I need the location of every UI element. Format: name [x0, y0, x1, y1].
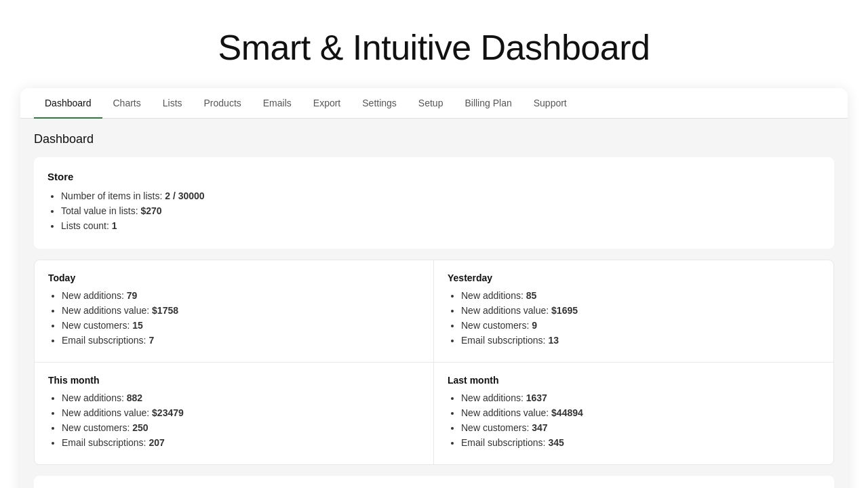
nav-item-lists[interactable]: Lists [152, 88, 193, 118]
app-container: Dashboard Charts Lists Products Emails E… [20, 88, 848, 488]
last-month-additions-value-value: $44894 [551, 407, 583, 418]
last-month-additions-value: New additions value: $44894 [461, 407, 820, 418]
nav-item-export[interactable]: Export [302, 88, 351, 118]
nav-item-charts[interactable]: Charts [102, 88, 152, 118]
nav-item-support[interactable]: Support [523, 88, 578, 118]
top-lists-card: Top 10 Lists [34, 476, 834, 488]
today-email-subscriptions: Email subscriptions: 7 [62, 335, 420, 346]
today-new-customers-value: 15 [132, 320, 143, 331]
store-items-in-lists-label: Number of items in lists: [61, 190, 165, 201]
store-items-in-lists: Number of items in lists: 2 / 30000 [61, 190, 821, 201]
yesterday-new-additions-value: 85 [526, 290, 537, 301]
yesterday-email-subscriptions-label: Email subscriptions: [461, 335, 548, 346]
yesterday-new-customers-label: New customers: [461, 320, 532, 331]
this-month-new-customers: New customers: 250 [62, 422, 420, 433]
yesterday-title: Yesterday [448, 272, 820, 283]
this-month-additions-value-label: New additions value: [62, 407, 152, 418]
today-additions-value-label: New additions value: [62, 305, 152, 316]
store-title: Store [47, 171, 821, 182]
today-stat-list: New additions: 79 New additions value: $… [48, 290, 420, 346]
yesterday-stat-list: New additions: 85 New additions value: $… [448, 290, 820, 346]
this-month-new-customers-label: New customers: [62, 422, 132, 433]
yesterday-email-subscriptions-value: 13 [548, 335, 559, 346]
this-month-email-subscriptions: Email subscriptions: 207 [62, 437, 420, 448]
content-area: Dashboard Store Number of items in lists… [20, 119, 848, 488]
this-month-stat-list: New additions: 882 New additions value: … [48, 392, 420, 448]
yesterday-email-subscriptions: Email subscriptions: 13 [461, 335, 820, 346]
this-month-new-customers-value: 250 [132, 422, 148, 433]
today-new-customers: New customers: 15 [62, 320, 420, 331]
store-total-value-label: Total value in lists: [61, 205, 141, 216]
today-cell: Today New additions: 79 New additions va… [35, 260, 434, 363]
nav-bar: Dashboard Charts Lists Products Emails E… [20, 88, 848, 119]
store-total-value-value: $270 [141, 205, 162, 216]
last-month-email-subscriptions-label: Email subscriptions: [461, 437, 548, 448]
last-month-title: Last month [448, 375, 820, 386]
yesterday-new-customers-value: 9 [532, 320, 537, 331]
today-yesterday-grid: Today New additions: 79 New additions va… [34, 260, 834, 465]
page-title-section: Smart & Intuitive Dashboard [0, 0, 868, 88]
yesterday-additions-value-value: $1695 [551, 305, 578, 316]
store-lists-count-value: 1 [112, 220, 117, 231]
last-month-cell: Last month New additions: 1637 New addit… [434, 363, 833, 464]
today-email-subscriptions-label: Email subscriptions: [62, 335, 149, 346]
store-lists-count-label: Lists count: [61, 220, 112, 231]
today-new-additions-value: 79 [127, 290, 138, 301]
today-new-customers-label: New customers: [62, 320, 132, 331]
this-month-email-subscriptions-value: 207 [149, 437, 164, 448]
nav-item-setup[interactable]: Setup [408, 88, 454, 118]
last-month-additions-value-label: New additions value: [461, 407, 551, 418]
this-month-email-subscriptions-label: Email subscriptions: [62, 437, 149, 448]
today-new-additions: New additions: 79 [62, 290, 420, 301]
yesterday-new-additions-label: New additions: [461, 290, 526, 301]
last-month-new-customers-value: 347 [532, 422, 547, 433]
nav-item-emails[interactable]: Emails [252, 88, 302, 118]
today-additions-value-value: $1758 [152, 305, 178, 316]
this-month-cell: This month New additions: 882 New additi… [35, 363, 434, 464]
last-month-new-additions: New additions: 1637 [461, 392, 820, 403]
last-month-new-additions-label: New additions: [461, 392, 526, 403]
content-page-title: Dashboard [34, 132, 834, 146]
store-total-value: Total value in lists: $270 [61, 205, 821, 216]
nav-item-billing-plan[interactable]: Billing Plan [454, 88, 522, 118]
store-lists-count: Lists count: 1 [61, 220, 821, 231]
this-month-new-additions-value: 882 [127, 392, 142, 403]
yesterday-new-additions: New additions: 85 [461, 290, 820, 301]
store-stat-list: Number of items in lists: 2 / 30000 Tota… [47, 190, 821, 231]
last-month-email-subscriptions: Email subscriptions: 345 [461, 437, 820, 448]
today-new-additions-label: New additions: [62, 290, 127, 301]
yesterday-additions-value-label: New additions value: [461, 305, 551, 316]
last-month-new-customers: New customers: 347 [461, 422, 820, 433]
last-month-stat-list: New additions: 1637 New additions value:… [448, 392, 820, 448]
this-month-additions-value-value: $23479 [152, 407, 184, 418]
this-month-additions-value: New additions value: $23479 [62, 407, 420, 418]
today-additions-value: New additions value: $1758 [62, 305, 420, 316]
last-month-new-additions-value: 1637 [526, 392, 547, 403]
nav-item-products[interactable]: Products [193, 88, 252, 118]
this-month-title: This month [48, 375, 420, 386]
today-title: Today [48, 272, 420, 283]
store-card: Store Number of items in lists: 2 / 3000… [34, 157, 834, 249]
today-email-subscriptions-value: 7 [149, 335, 154, 346]
yesterday-additions-value: New additions value: $1695 [461, 305, 820, 316]
last-month-new-customers-label: New customers: [461, 422, 532, 433]
this-month-new-additions: New additions: 882 [62, 392, 420, 403]
nav-item-settings[interactable]: Settings [351, 88, 408, 118]
this-month-new-additions-label: New additions: [62, 392, 127, 403]
yesterday-cell: Yesterday New additions: 85 New addition… [434, 260, 833, 363]
yesterday-new-customers: New customers: 9 [461, 320, 820, 331]
last-month-email-subscriptions-value: 345 [548, 437, 564, 448]
main-page-title: Smart & Intuitive Dashboard [14, 27, 854, 68]
nav-item-dashboard[interactable]: Dashboard [34, 88, 102, 118]
store-items-in-lists-value: 2 / 30000 [165, 190, 204, 201]
